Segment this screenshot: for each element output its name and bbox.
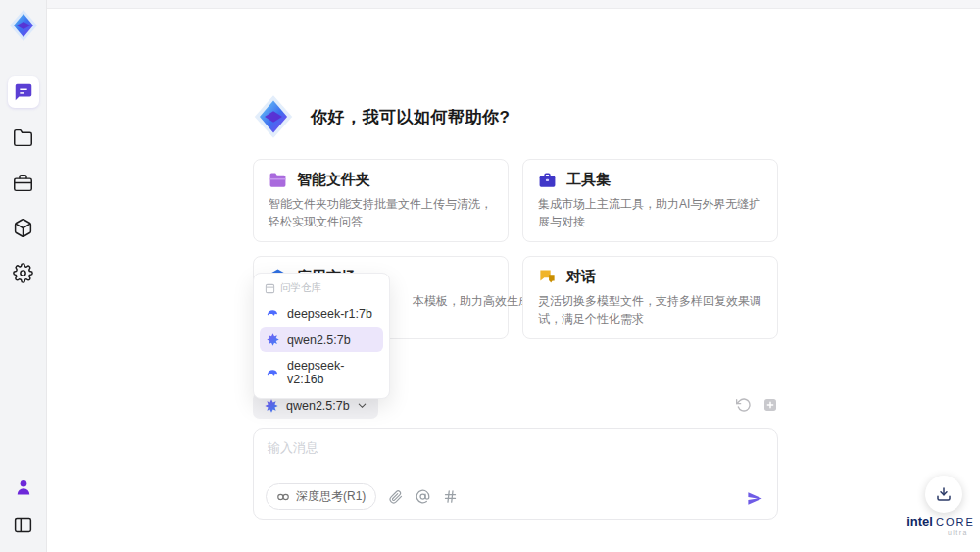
card-description: 智能文件夹功能支持批量文件上传与清洗，轻松实现文件问答 <box>269 195 493 230</box>
window-top-bar <box>47 0 980 9</box>
card-title: 工具集 <box>566 171 611 189</box>
card-description: 灵活切换多模型文件，支持多样回复效果调试，满足个性化需求 <box>538 292 762 327</box>
hash-icon[interactable] <box>443 489 458 504</box>
at-icon[interactable] <box>416 489 430 504</box>
greeting: 你好，我可以如何帮助你? <box>251 94 510 139</box>
greeting-logo-icon <box>251 94 296 139</box>
download-fab[interactable] <box>925 476 962 513</box>
brand-tier-text: ultra <box>906 529 976 537</box>
intel-brand-text: intel <box>906 515 933 528</box>
chevron-down-icon <box>357 400 368 411</box>
app-logo-icon <box>6 8 41 43</box>
card-dialogue[interactable]: 对话 灵活切换多模型文件，支持多样回复效果调试，满足个性化需求 <box>522 256 778 339</box>
card-smart-folder[interactable]: 智能文件夹 智能文件夹功能支持批量文件上传与清洗，轻松实现文件问答 <box>253 159 509 242</box>
whale-icon <box>266 366 280 380</box>
card-toolset[interactable]: 工具集 集成市场上主流工具，助力AI与外界无缝扩展与对接 <box>522 159 778 242</box>
model-option-qwen[interactable]: qwen2.5:7b <box>260 327 383 352</box>
paperclip-icon[interactable] <box>389 490 403 504</box>
chat-header-actions <box>736 397 778 413</box>
gear-icon <box>13 263 33 283</box>
card-description: 集成市场上主流工具，助力AI与外界无缝扩展与对接 <box>538 195 762 230</box>
sidebar-item-folders[interactable] <box>8 122 39 153</box>
model-option-label: qwen2.5:7b <box>287 333 351 347</box>
send-icon[interactable] <box>746 489 764 508</box>
sidebar-item-chat[interactable] <box>8 76 39 108</box>
core-brand-text: CORE <box>936 516 975 527</box>
new-chat-icon[interactable] <box>762 397 778 413</box>
model-option-deepseek-r1[interactable]: deepseek-r1:7b <box>260 301 383 326</box>
sidebar <box>0 0 47 552</box>
model-selector-label: qwen2.5:7b <box>286 399 350 413</box>
whale-icon <box>266 306 280 321</box>
qwen-icon <box>266 332 280 347</box>
chat-yellow-icon <box>538 268 557 286</box>
sidebar-item-toolbox[interactable] <box>8 167 39 198</box>
sidebar-item-account[interactable] <box>8 472 39 503</box>
briefcase-icon <box>13 173 33 193</box>
download-icon <box>935 485 953 503</box>
history-icon[interactable] <box>736 397 752 413</box>
card-title: 对话 <box>566 268 596 286</box>
cube-icon <box>13 218 33 238</box>
sidebar-item-settings[interactable] <box>8 257 39 288</box>
folder-purple-icon <box>269 171 287 189</box>
model-dropdown-menu: 问学仓库 deepseek-r1:7b qwen2.5:7b <box>253 273 390 399</box>
model-menu-header-label: 问学仓库 <box>280 281 321 295</box>
message-input[interactable] <box>266 437 764 482</box>
deep-think-label: 深度思考(R1) <box>296 488 366 505</box>
briefcase-blue-icon <box>538 171 557 189</box>
user-icon <box>14 477 33 497</box>
folder-icon <box>13 127 33 148</box>
message-composer: 深度思考(R1) <box>253 428 778 520</box>
qwen-icon <box>264 398 279 414</box>
intel-core-badge: intel CORE ultra <box>906 515 976 537</box>
sidebar-collapse-button[interactable] <box>8 509 39 540</box>
model-menu-header: 问学仓库 <box>260 278 383 299</box>
repo-icon <box>265 283 275 294</box>
page-title: 你好，我可以如何帮助你? <box>311 106 510 128</box>
sidebar-item-apps[interactable] <box>8 212 39 243</box>
deep-think-toggle[interactable]: 深度思考(R1) <box>266 483 376 510</box>
card-title: 智能文件夹 <box>297 171 370 189</box>
model-option-label: deepseek-r1:7b <box>287 307 372 321</box>
panel-icon <box>13 515 33 535</box>
composer-toolbar: 深度思考(R1) <box>266 483 458 510</box>
deep-think-icon <box>276 490 290 504</box>
model-option-deepseek-v2[interactable]: deepseek-v2:16b <box>260 354 383 391</box>
chat-icon <box>13 81 34 103</box>
model-option-label: deepseek-v2:16b <box>287 359 377 386</box>
